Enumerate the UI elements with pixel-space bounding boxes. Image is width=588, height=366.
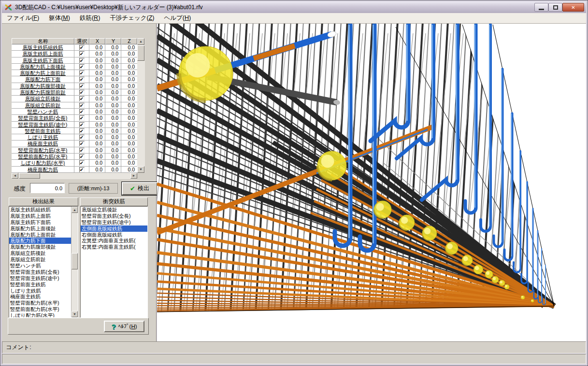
list-item[interactable]: しぼり主鉄筋 [9, 288, 71, 294]
select-cell[interactable]: ✔ [74, 96, 89, 102]
z-cell[interactable]: 0.0 [121, 76, 137, 83]
y-cell[interactable]: 0.0 [105, 122, 121, 128]
x-cell[interactable]: 0.0 [89, 167, 105, 173]
scroll-down-icon[interactable]: ▼ [137, 166, 144, 173]
y-cell[interactable]: 0.0 [105, 115, 121, 121]
rebar-name-cell[interactable]: 底版主鉄筋組鉄筋 [12, 44, 74, 51]
checkbox[interactable]: ✔ [79, 58, 85, 63]
x-cell[interactable]: 0.0 [89, 76, 105, 83]
x-cell[interactable]: 0.0 [89, 51, 105, 57]
column-header-x[interactable]: X [89, 38, 105, 44]
select-cell[interactable]: ✔ [74, 134, 89, 141]
checkbox[interactable]: ✔ [79, 84, 85, 89]
column-header-z[interactable]: Z [121, 38, 137, 44]
select-cell[interactable]: ✔ [74, 76, 89, 83]
checkbox[interactable]: ✔ [79, 160, 85, 166]
list-item[interactable]: 右側面底版縦鉄筋 [81, 232, 147, 238]
y-cell[interactable]: 0.0 [105, 51, 121, 57]
list-item[interactable]: 底版配力筋下面 [9, 238, 71, 244]
z-cell[interactable]: 0.0 [121, 51, 137, 57]
list-item[interactable]: 底版組立筋後趾 [81, 207, 147, 213]
help-button[interactable]: ? ﾍﾙﾌﾟ(H) [104, 321, 144, 332]
menu-item-0[interactable]: ファイル(F) [2, 13, 44, 23]
x-cell[interactable]: 0.0 [89, 96, 105, 102]
select-cell[interactable]: ✔ [74, 115, 89, 121]
results-scrollbar[interactable]: ▲ ▼ [71, 207, 78, 317]
rebar-name-cell[interactable]: 竪壁背面配力筋(水平) [12, 147, 74, 154]
list-item[interactable]: 底版配力筋腹部後趾 [9, 244, 71, 250]
checkbox[interactable]: ✔ [79, 45, 85, 50]
y-cell[interactable]: 0.0 [105, 96, 121, 102]
menu-item-3[interactable]: 干渉チェック(Z) [105, 13, 159, 23]
checkbox[interactable]: ✔ [79, 135, 85, 140]
collisions-header[interactable]: 衝突鉄筋 [80, 197, 148, 206]
table-vertical-scrollbar[interactable]: ▲ ▼ [137, 38, 145, 173]
y-cell[interactable]: 0.0 [105, 147, 121, 154]
y-cell[interactable]: 0.0 [105, 70, 121, 76]
column-header-y[interactable]: Y [105, 38, 121, 44]
list-item[interactable]: 底版主鉄筋組鉄筋 [9, 207, 71, 213]
y-cell[interactable]: 0.0 [105, 109, 121, 115]
z-cell[interactable]: 0.0 [121, 147, 137, 154]
rebar-name-cell[interactable]: 竪壁ハンチ筋 [12, 109, 74, 115]
detect-button[interactable]: ✔ 検出 [122, 182, 158, 195]
close-button[interactable]: ✕ [562, 3, 584, 12]
list-item[interactable]: 左翼壁:内面垂直主鉄筋( [81, 238, 147, 244]
y-cell[interactable]: 0.0 [105, 134, 121, 141]
checkbox[interactable]: ✔ [79, 77, 85, 82]
checkbox[interactable]: ✔ [79, 167, 85, 172]
list-item[interactable]: 竪壁背面主鉄筋(途中) [9, 275, 71, 282]
results-scrollbar-thumb[interactable] [72, 253, 78, 269]
x-cell[interactable]: 0.0 [89, 83, 105, 89]
x-cell[interactable]: 0.0 [89, 64, 105, 70]
rebar-name-cell[interactable]: 底版配力筋腹部前趾 [12, 89, 74, 96]
select-cell[interactable]: ✔ [74, 51, 89, 57]
checkbox[interactable]: ✔ [79, 103, 85, 108]
checkbox[interactable]: ✔ [79, 128, 85, 134]
y-cell[interactable]: 0.0 [105, 160, 121, 166]
x-cell[interactable]: 0.0 [89, 57, 105, 64]
y-cell[interactable]: 0.0 [105, 44, 121, 51]
rebar-name-cell[interactable]: 底版主鉄筋上面筋 [12, 51, 74, 57]
select-cell[interactable]: ✔ [74, 57, 89, 64]
rebar-name-cell[interactable]: 底版配力筋上面前趾 [12, 70, 74, 76]
rebar-name-cell[interactable]: 橋座面主鉄筋 [12, 141, 74, 147]
checkbox[interactable]: ✔ [79, 90, 85, 95]
x-cell[interactable]: 0.0 [89, 134, 105, 141]
y-cell[interactable]: 0.0 [105, 128, 121, 134]
y-cell[interactable]: 0.0 [105, 102, 121, 109]
x-cell[interactable]: 0.0 [89, 128, 105, 134]
list-item[interactable]: 底版配力筋上面前趾 [9, 232, 71, 238]
list-item[interactable]: 底版組立筋後趾 [9, 250, 71, 256]
select-cell[interactable]: ✔ [74, 64, 89, 70]
column-header-select[interactable]: 選択 [74, 38, 89, 44]
rebar-name-cell[interactable]: 竪壁背面主鉄筋(全長) [12, 115, 74, 121]
rebar-name-cell[interactable]: しぼり主鉄筋 [12, 134, 74, 141]
z-cell[interactable]: 0.0 [121, 134, 137, 141]
list-item[interactable]: 竪壁ハンチ筋 [9, 263, 71, 269]
x-cell[interactable]: 0.0 [89, 89, 105, 96]
checkbox[interactable]: ✔ [79, 96, 85, 101]
rebar-name-cell[interactable]: 底版主鉄筋下面筋 [12, 57, 74, 64]
checkbox[interactable]: ✔ [79, 122, 85, 127]
minimize-button[interactable] [534, 3, 548, 12]
z-cell[interactable]: 0.0 [121, 44, 137, 51]
z-cell[interactable]: 0.0 [121, 89, 137, 96]
table-scrollbar-thumb[interactable] [137, 45, 144, 61]
list-item[interactable]: 左側面底版縦鉄筋 [81, 225, 147, 232]
select-cell[interactable]: ✔ [74, 128, 89, 134]
x-cell[interactable]: 0.0 [89, 109, 105, 115]
list-item[interactable]: 底版配力筋上面後趾 [9, 225, 71, 232]
z-cell[interactable]: 0.0 [121, 160, 137, 166]
scroll-right-icon[interactable]: ► [130, 173, 137, 179]
x-cell[interactable]: 0.0 [89, 160, 105, 166]
y-cell[interactable]: 0.0 [105, 83, 121, 89]
checkbox[interactable]: ✔ [79, 154, 85, 159]
sensitivity-input[interactable] [30, 183, 65, 193]
checkbox[interactable]: ✔ [79, 141, 85, 146]
z-cell[interactable]: 0.0 [121, 128, 137, 134]
select-cell[interactable]: ✔ [74, 147, 89, 154]
select-cell[interactable]: ✔ [74, 83, 89, 89]
checkbox[interactable]: ✔ [79, 115, 85, 121]
z-cell[interactable]: 0.0 [121, 64, 137, 70]
